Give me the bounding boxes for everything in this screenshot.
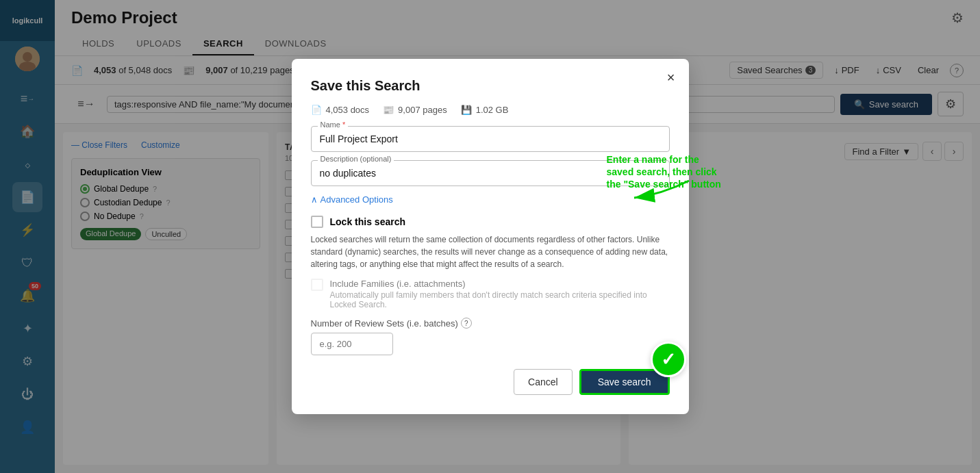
modal-docs-count: 4,053 docs	[326, 105, 370, 115]
include-families-row: Include Families (i.e. attachments) Auto…	[311, 279, 670, 309]
lock-desc: Locked searches will return the same col…	[311, 233, 670, 270]
chevron-up-icon: ∧	[311, 194, 318, 205]
desc-field-group: Description (optional)	[311, 160, 670, 186]
lock-label: Lock this search	[330, 216, 406, 227]
modal-pages-icon: 📰	[383, 105, 394, 115]
modal-stats: 📄 4,053 docs 📰 9,007 pages 💾 1.02 GB	[311, 105, 670, 115]
modal-title: Save this Search	[311, 78, 670, 94]
include-families-desc: Automatically pull family members that d…	[330, 290, 670, 309]
review-sets-help-icon[interactable]: ?	[461, 318, 472, 329]
advanced-options-label: Advanced Options	[321, 194, 393, 205]
desc-field-label: Description (optional)	[318, 155, 394, 163]
cancel-btn[interactable]: Cancel	[514, 369, 573, 395]
modal-storage-icon: 💾	[461, 105, 472, 115]
include-families-checkbox[interactable]	[311, 279, 323, 291]
review-sets-input[interactable]	[311, 333, 393, 355]
review-sets-section: Number of Review Sets (i.e. batches) ?	[311, 318, 670, 355]
modal-pages-stat: 📰 9,007 pages	[383, 105, 447, 115]
required-asterisk: *	[342, 120, 345, 129]
checkmark-icon: ✓	[661, 349, 676, 370]
modal-docs-stat: 📄 4,053 docs	[311, 105, 370, 115]
name-field-label: Name *	[318, 120, 349, 129]
review-sets-label: Number of Review Sets (i.e. batches) ?	[311, 318, 670, 329]
save-search-modal: Save this Search × 📄 4,053 docs 📰 9,007 …	[292, 59, 689, 414]
save-check-circle: ✓	[651, 342, 686, 377]
modal-overlay: Save this Search × 📄 4,053 docs 📰 9,007 …	[0, 0, 980, 473]
desc-input[interactable]	[311, 160, 670, 186]
save-search-btn[interactable]: Save search	[579, 369, 670, 395]
lock-checkbox[interactable]	[311, 216, 323, 228]
lock-section: Lock this search Locked searches will re…	[311, 216, 670, 355]
modal-storage: 1.02 GB	[476, 105, 509, 115]
modal-docs-icon: 📄	[311, 105, 322, 115]
name-field-group: Name *	[311, 126, 670, 152]
advanced-options-toggle[interactable]: ∧ Advanced Options	[311, 194, 670, 205]
modal-close-btn[interactable]: ×	[667, 70, 675, 86]
include-families-label: Include Families (i.e. attachments)	[330, 279, 670, 289]
modal-pages-count: 9,007 pages	[398, 105, 447, 115]
name-input[interactable]	[311, 126, 670, 152]
lock-row: Lock this search	[311, 216, 670, 228]
modal-storage-stat: 💾 1.02 GB	[461, 105, 509, 115]
modal-footer: Cancel Save search	[311, 369, 670, 395]
